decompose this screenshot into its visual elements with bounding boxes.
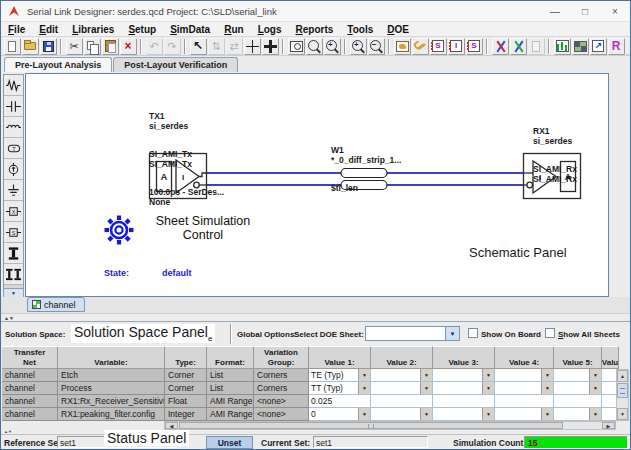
board-wizard-icon[interactable] bbox=[394, 38, 411, 55]
menu-reports[interactable]: Reports bbox=[289, 24, 341, 35]
panel-splitter[interactable]: ▲▼ bbox=[1, 313, 630, 321]
cell-variable[interactable]: RX1:peaking_filter.config bbox=[58, 408, 165, 421]
cell-value4[interactable]: ▼ bbox=[495, 408, 554, 421]
cell-value3[interactable] bbox=[433, 395, 495, 408]
close-button[interactable]: × bbox=[600, 1, 630, 21]
menu-logs[interactable]: Logs bbox=[251, 24, 289, 35]
inductor-icon[interactable] bbox=[4, 117, 23, 138]
zoom-in-icon[interactable]: + bbox=[324, 38, 341, 55]
cell-type[interactable]: Corner bbox=[165, 382, 207, 395]
sheet-tab-channel[interactable]: channel bbox=[27, 297, 85, 312]
dropdown-arrow-icon[interactable]: ▼ bbox=[589, 408, 601, 420]
cell-type[interactable]: Corner bbox=[165, 369, 207, 382]
copy-icon[interactable] bbox=[84, 38, 101, 55]
cell-variable[interactable]: Process bbox=[58, 382, 165, 395]
cell-variable[interactable]: Etch bbox=[58, 369, 165, 382]
waveform-viewer-icon[interactable] bbox=[554, 38, 571, 55]
scroll-right-icon[interactable]: ▶ bbox=[602, 422, 615, 429]
menu-libraries[interactable]: Libraries bbox=[65, 24, 121, 35]
horizontal-scroll-thumb[interactable] bbox=[179, 422, 563, 429]
show-on-board-checkbox[interactable] bbox=[468, 328, 478, 338]
save-icon[interactable] bbox=[40, 38, 57, 55]
ground-icon[interactable] bbox=[4, 180, 23, 201]
zoom-area-icon[interactable] bbox=[288, 38, 305, 55]
dropdown-arrow-icon[interactable]: ▼ bbox=[358, 369, 370, 381]
dropdown-arrow-icon[interactable]: ▼ bbox=[358, 382, 370, 394]
delete-icon[interactable]: × bbox=[120, 38, 137, 55]
cell-net[interactable]: channel bbox=[2, 408, 58, 421]
zoom-out-icon[interactable]: − bbox=[368, 38, 385, 55]
cell-net[interactable]: channel bbox=[2, 369, 58, 382]
cell-value2[interactable]: ▼ bbox=[371, 408, 433, 421]
dropdown-arrow-icon[interactable]: ▼ bbox=[541, 382, 553, 394]
cell-value2[interactable]: ▼ bbox=[371, 369, 433, 382]
cell-format[interactable]: List bbox=[207, 382, 254, 395]
cell-value4[interactable]: ▼ bbox=[495, 382, 554, 395]
cell-net[interactable]: channel bbox=[2, 382, 58, 395]
doe-sheet-combobox[interactable]: ▼ bbox=[365, 326, 460, 341]
menu-run[interactable]: Run bbox=[217, 24, 250, 35]
cell-type[interactable]: Float bbox=[165, 395, 207, 408]
minimize-button[interactable]: — bbox=[540, 1, 570, 21]
scroll-up-icon[interactable]: ▲ bbox=[617, 370, 628, 382]
cell-group[interactable]: <none> bbox=[254, 408, 309, 421]
schematic-canvas[interactable]: A I A I TX1si_serdes SI_AMI_TxSI_AMI_Tx bbox=[25, 73, 609, 297]
cell-value3[interactable]: ▼ bbox=[433, 408, 495, 421]
cell-value1[interactable]: 0.025 bbox=[309, 395, 371, 408]
menu-simdata[interactable]: SimData bbox=[163, 24, 217, 35]
cell-value1[interactable]: TT (Typ)▼ bbox=[309, 382, 371, 395]
menu-tools[interactable]: Tools bbox=[340, 24, 380, 35]
new-file-icon[interactable] bbox=[4, 38, 21, 55]
probe-net-icon[interactable] bbox=[510, 38, 527, 55]
cell-variable[interactable]: RX1:Rx_Receiver_Sensitivity bbox=[58, 395, 165, 408]
cell-value1[interactable]: TE (Typ)▼ bbox=[309, 369, 371, 382]
dropdown-arrow-icon[interactable]: ▼ bbox=[482, 408, 494, 420]
transmission-line-icon[interactable]: T bbox=[4, 138, 23, 159]
menu-file[interactable]: File bbox=[1, 24, 32, 35]
paste-icon[interactable] bbox=[102, 38, 119, 55]
menu-setup[interactable]: Setup bbox=[121, 24, 163, 35]
dropdown-arrow-icon[interactable]: ▼ bbox=[420, 369, 432, 381]
show-all-sheets-checkbox[interactable] bbox=[545, 328, 555, 338]
cell-value5[interactable]: ▼ bbox=[554, 369, 602, 382]
dropdown-arrow-icon[interactable]: ▼ bbox=[589, 382, 601, 394]
open-folder-icon[interactable] bbox=[22, 38, 39, 55]
dropdown-arrow-icon[interactable]: ▼ bbox=[420, 408, 432, 420]
tab-post-layout-verification[interactable]: Post-Layout Verification bbox=[113, 57, 238, 72]
dropdown-arrow-icon[interactable]: ▼ bbox=[541, 408, 553, 420]
cut-net-icon[interactable] bbox=[492, 38, 509, 55]
dropdown-arrow-icon[interactable]: ▼ bbox=[358, 408, 370, 420]
tools-wizard-icon[interactable] bbox=[412, 38, 429, 55]
cell-type[interactable]: Integer bbox=[165, 408, 207, 421]
dual-connector-icon[interactable] bbox=[4, 264, 23, 285]
crosshair-icon[interactable] bbox=[244, 38, 261, 55]
cell-value4[interactable]: ▼ bbox=[495, 369, 554, 382]
cell-format[interactable]: AMI Range bbox=[207, 408, 254, 421]
spice-viewer-icon[interactable]: S bbox=[466, 38, 483, 55]
cell-group[interactable]: Corners bbox=[254, 382, 309, 395]
unset-button[interactable]: Unset bbox=[206, 436, 253, 449]
cell-group[interactable]: <none> bbox=[254, 395, 309, 408]
results-viewer-icon[interactable]: ↗ bbox=[590, 38, 607, 55]
maximize-button[interactable]: □ bbox=[570, 1, 600, 21]
cell-value3[interactable]: ▼ bbox=[433, 382, 495, 395]
sparam-viewer-icon[interactable]: S bbox=[430, 38, 447, 55]
layout-viewer-icon[interactable] bbox=[572, 38, 589, 55]
select-pointer-icon[interactable]: ↖ bbox=[190, 38, 207, 55]
dropdown-arrow-icon[interactable]: ▼ bbox=[420, 382, 432, 394]
source-icon[interactable] bbox=[4, 159, 23, 180]
scroll-left-icon[interactable]: ◀ bbox=[165, 422, 178, 429]
table-horizontal-scrollbar[interactable]: ◀ ▶ bbox=[164, 421, 616, 430]
cell-value4[interactable] bbox=[495, 395, 554, 408]
capacitor-icon[interactable] bbox=[4, 96, 23, 117]
sheet-simulation-gear-icon[interactable] bbox=[102, 213, 136, 247]
dropdown-arrow-icon[interactable]: ▼ bbox=[589, 369, 601, 381]
vertical-scroll-thumb[interactable] bbox=[617, 383, 628, 398]
cell-value5[interactable] bbox=[554, 395, 602, 408]
dropdown-arrow-icon[interactable]: ▼ bbox=[541, 369, 553, 381]
cell-net[interactable]: channel bbox=[2, 395, 58, 408]
zoom-fit-icon[interactable] bbox=[306, 38, 323, 55]
cell-value5[interactable]: ▼ bbox=[554, 382, 602, 395]
cell-value2[interactable] bbox=[371, 395, 433, 408]
menu-edit[interactable]: Edit bbox=[32, 24, 65, 35]
